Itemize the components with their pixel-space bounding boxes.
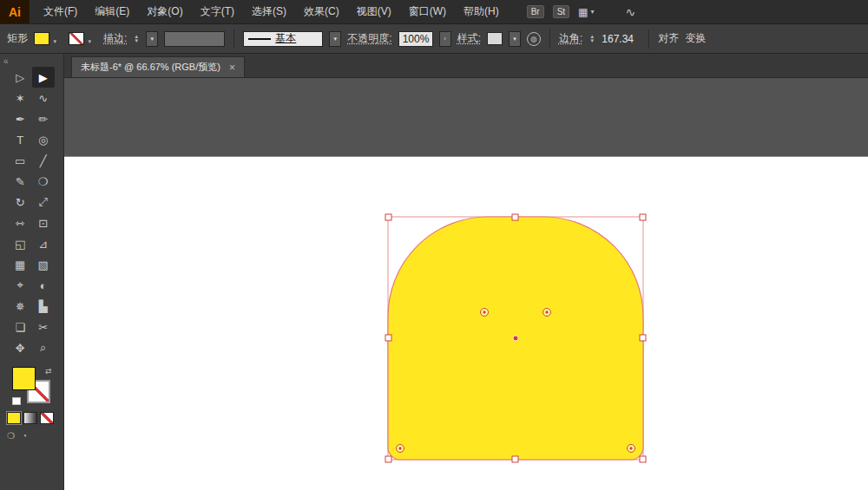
handle-top-center[interactable] — [512, 214, 518, 220]
canvas[interactable] — [64, 78, 868, 490]
twirl-tool[interactable]: ◎ — [32, 129, 56, 150]
symbol-sprayer-tool[interactable]: ✵ — [9, 296, 32, 317]
menu-item-file[interactable]: 文件(F) — [35, 0, 86, 23]
slice-tool[interactable]: ✂ — [32, 317, 56, 337]
menu-item-select[interactable]: 选择(S) — [243, 0, 295, 23]
mesh-tool[interactable]: ▦ — [9, 254, 32, 275]
rectangle-tool[interactable]: ▭ — [9, 150, 32, 171]
eyedropper-tool[interactable]: ⌖ — [9, 275, 32, 296]
draw-mode-buttons: ❍ ◔ — [0, 424, 63, 441]
fill-chevron-icon: ▾ — [53, 38, 56, 45]
style-chevron[interactable]: ▾ — [509, 31, 521, 47]
shape-builder-tool[interactable]: ◱ — [9, 233, 32, 254]
chevron-down-icon: ▾ — [590, 8, 594, 16]
pen-tool[interactable]: ✒ — [9, 108, 32, 129]
graph-tool[interactable]: ▙ — [32, 296, 56, 317]
handle-bottom-right[interactable] — [640, 456, 646, 462]
graphic-style-swatch[interactable] — [487, 32, 503, 45]
stepper-down-icon[interactable]: ▼ — [589, 39, 595, 43]
menu-item-help[interactable]: 帮助(H) — [455, 0, 508, 23]
close-icon[interactable]: × — [229, 62, 235, 74]
menu-item-edit[interactable]: 编辑(E) — [86, 0, 138, 23]
toolbar-collapse-button[interactable]: « — [0, 54, 63, 67]
gradient-tool[interactable]: ▧ — [32, 254, 56, 275]
stroke-weight-dropdown[interactable]: ▾ — [146, 31, 158, 47]
width-profile-dropdown[interactable] — [164, 31, 225, 47]
swap-fill-stroke-icon[interactable]: ⇄ — [45, 367, 52, 376]
default-fill-stroke-icon[interactable] — [12, 397, 21, 405]
corner-widget-dot — [546, 311, 548, 313]
menu-item-type[interactable]: 文字(T) — [192, 0, 243, 23]
fill-stroke-indicator: ⇄ — [12, 367, 52, 405]
stroke-color-swatch[interactable]: ▾ — [69, 32, 84, 45]
brush-tool[interactable]: ✏ — [32, 108, 56, 129]
handle-top-left[interactable] — [385, 214, 391, 220]
line-tool[interactable]: ╱ — [32, 150, 56, 171]
screen-mode-icon[interactable]: ◔ — [22, 431, 27, 441]
stroke-chevron-icon: ▾ — [88, 38, 91, 45]
menu-item-object[interactable]: 对象(O) — [138, 0, 191, 23]
menu-item-view[interactable]: 视图(V) — [348, 0, 400, 23]
rotate-tool[interactable]: ↻ — [9, 192, 32, 212]
blend-tool[interactable]: ◐ — [32, 275, 56, 296]
opacity-input[interactable]: 100% — [398, 31, 433, 47]
document-tab[interactable]: 未标题-6* @ 66.67% (RGB/预览) × — [71, 56, 245, 77]
blob-brush-tool[interactable]: ❍ — [32, 171, 56, 192]
pencil-tool[interactable]: ✎ — [9, 171, 32, 192]
corner-widget-dot — [483, 311, 485, 313]
handle-bottom-left[interactable] — [385, 456, 391, 462]
handle-top-right[interactable] — [640, 214, 646, 220]
menu-bar: Ai 文件(F)编辑(E)对象(O)文字(T)选择(S)效果(C)视图(V)窗口… — [0, 0, 868, 24]
artboard-tool[interactable]: ❏ — [9, 317, 32, 337]
opacity-more-button[interactable]: › — [439, 31, 451, 47]
handle-bottom-center[interactable] — [512, 456, 518, 462]
draw-normal-icon[interactable]: ❍ — [7, 431, 15, 441]
perspective-grid-tool[interactable]: ⊿ — [32, 233, 56, 254]
hand-tool[interactable]: ✥ — [9, 337, 32, 358]
separator — [549, 29, 550, 49]
type-tool[interactable]: T — [9, 129, 32, 150]
align-button[interactable]: 对齐 — [658, 31, 679, 46]
tools-grid: ▷▶✶∿✒✏T◎▭╱✎❍↻⤢⇿⊡◱⊿▦▧⌖◐✵▙❏✂✥⌕ — [0, 67, 63, 358]
brush-definition-dropdown[interactable]: 基本 — [243, 31, 323, 47]
magic-wand-tool[interactable]: ✶ — [9, 88, 32, 108]
handle-mid-right[interactable] — [640, 335, 646, 341]
stock-button[interactable]: St — [553, 5, 569, 18]
none-button[interactable] — [40, 412, 54, 424]
menu-item-effect[interactable]: 效果(C) — [295, 0, 348, 23]
stroke-weight-stepper[interactable]: ▲ ▼ — [134, 35, 139, 43]
stepper-down-icon[interactable]: ▼ — [134, 39, 139, 43]
zoom-tool[interactable]: ⌕ — [32, 337, 56, 358]
color-mode-buttons — [0, 407, 63, 424]
fill-color-indicator[interactable] — [12, 367, 36, 390]
stroke-panel-link[interactable]: 描边: — [103, 31, 127, 46]
selection-tool[interactable]: ▶ — [32, 67, 56, 88]
scale-tool[interactable]: ⤢ — [32, 192, 56, 212]
bridge-button[interactable]: Br — [527, 5, 544, 18]
illustrator-logo: Ai — [0, 0, 30, 23]
brush-definition-chevron[interactable]: ▾ — [329, 31, 341, 47]
cs-live-icon[interactable]: ∿ — [625, 5, 635, 19]
transform-button[interactable]: 变换 — [685, 31, 706, 46]
stroke-preview-line — [248, 38, 271, 40]
opacity-panel-link[interactable]: 不透明度: — [347, 31, 391, 46]
gradient-button[interactable] — [23, 412, 37, 424]
workspace-switcher[interactable]: ▦ ▾ — [578, 6, 594, 18]
main-menu: 文件(F)编辑(E)对象(O)文字(T)选择(S)效果(C)视图(V)窗口(W)… — [35, 0, 508, 23]
width-tool[interactable]: ⇿ — [9, 212, 32, 233]
artwork-layer — [64, 78, 868, 490]
recolor-artwork-icon[interactable]: ◍ — [527, 32, 541, 46]
menu-item-window[interactable]: 窗口(W) — [400, 0, 455, 23]
free-transform-tool[interactable]: ⊡ — [32, 212, 56, 233]
style-panel-link[interactable]: 样式: — [457, 31, 481, 46]
main-area: « ▷▶✶∿✒✏T◎▭╱✎❍↻⤢⇿⊡◱⊿▦▧⌖◐✵▙❏✂✥⌕ ⇄ ❍ ◔ 未标题… — [0, 54, 868, 490]
fill-color-swatch[interactable]: ▾ — [34, 32, 49, 45]
color-button[interactable] — [7, 412, 21, 424]
corner-radius-input[interactable]: 167.34 — [602, 33, 640, 45]
corner-stepper[interactable]: ▲ ▼ — [589, 35, 595, 43]
handle-mid-left[interactable] — [385, 335, 391, 341]
lasso-tool[interactable]: ∿ — [32, 88, 56, 108]
shape-center-point[interactable] — [513, 336, 518, 341]
direct-selection-tool[interactable]: ▷ — [9, 67, 32, 88]
corner-panel-link[interactable]: 边角: — [559, 31, 582, 46]
